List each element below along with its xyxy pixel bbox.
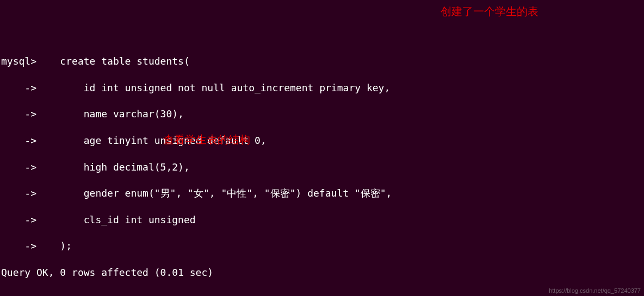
- terminal-line: -> name varchar(30),: [1, 108, 643, 121]
- terminal-line: -> age tinyint unsigned default 0,: [1, 134, 643, 147]
- terminal-line: mysql> create table students(: [1, 55, 643, 68]
- terminal-line: -> cls_id int unsigned: [1, 213, 643, 226]
- terminal-line: -> gender enum("男", "女", "中性", "保密") def…: [1, 187, 643, 200]
- query-result: Query OK, 0 rows affected (0.01 sec): [1, 266, 643, 279]
- annotation-desc-structure: 查看学生表的结构: [163, 133, 250, 147]
- terminal-line: -> );: [1, 240, 643, 253]
- terminal-line: -> high decimal(5,2),: [1, 161, 643, 174]
- watermark: https://blog.csdn.net/qq_57240377: [549, 287, 641, 295]
- annotation-create-table: 创建了一个学生的表: [441, 4, 538, 19]
- terminal-line: -> id int unsigned not null auto_increme…: [1, 81, 643, 95]
